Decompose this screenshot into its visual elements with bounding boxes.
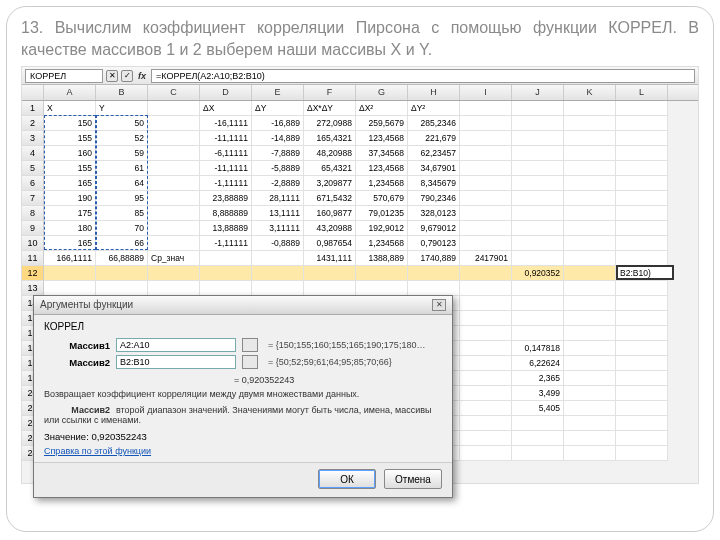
cell[interactable]: 3,209877 (304, 176, 356, 191)
cell[interactable]: 62,23457 (408, 146, 460, 161)
cell[interactable] (408, 281, 460, 296)
cell[interactable] (460, 146, 512, 161)
cell[interactable]: 192,9012 (356, 221, 408, 236)
cell[interactable] (460, 101, 512, 116)
formula-accept-icon[interactable]: ✓ (121, 70, 133, 82)
cell[interactable] (460, 236, 512, 251)
cell[interactable] (460, 176, 512, 191)
ok-button[interactable]: ОК (318, 469, 376, 489)
cell[interactable]: 8,888889 (200, 206, 252, 221)
cell[interactable] (564, 176, 616, 191)
cell[interactable] (460, 446, 512, 461)
cell[interactable]: 85 (96, 206, 148, 221)
cell[interactable] (616, 236, 668, 251)
cell[interactable] (512, 446, 564, 461)
cell[interactable] (148, 161, 200, 176)
row-header[interactable]: 9 (22, 221, 44, 236)
col-header[interactable]: L (616, 85, 668, 100)
cell[interactable] (564, 341, 616, 356)
cell[interactable] (460, 191, 512, 206)
cell[interactable]: 1,234568 (356, 176, 408, 191)
cell[interactable] (512, 281, 564, 296)
cell[interactable]: -5,8889 (252, 161, 304, 176)
cell[interactable]: 8,345679 (408, 176, 460, 191)
col-header[interactable]: I (460, 85, 512, 100)
cell[interactable]: -11,1111 (200, 131, 252, 146)
cell[interactable]: 165,4321 (304, 131, 356, 146)
cancel-button[interactable]: Отмена (384, 469, 442, 489)
cell[interactable] (616, 401, 668, 416)
cell[interactable] (564, 416, 616, 431)
row-header[interactable]: 11 (22, 251, 44, 266)
name-box[interactable]: КОРРЕЛ (25, 69, 103, 83)
cell[interactable] (512, 326, 564, 341)
cell[interactable]: 66,88889 (96, 251, 148, 266)
cell[interactable]: 328,0123 (408, 206, 460, 221)
cell[interactable]: -16,889 (252, 116, 304, 131)
col-header[interactable]: G (356, 85, 408, 100)
cell[interactable] (460, 161, 512, 176)
cell[interactable]: Ср_знач (148, 251, 200, 266)
cell[interactable]: 221,679 (408, 131, 460, 146)
cell[interactable]: 13,88889 (200, 221, 252, 236)
cell[interactable]: -1,11111 (200, 176, 252, 191)
col-header[interactable]: K (564, 85, 616, 100)
cell[interactable] (512, 311, 564, 326)
cell[interactable] (460, 416, 512, 431)
cell[interactable] (564, 356, 616, 371)
cell[interactable] (616, 341, 668, 356)
cell[interactable]: 190 (44, 191, 96, 206)
cell[interactable] (564, 161, 616, 176)
cell[interactable]: 259,5679 (356, 116, 408, 131)
cell[interactable] (512, 161, 564, 176)
cell[interactable] (564, 206, 616, 221)
cell[interactable] (304, 266, 356, 281)
cell[interactable]: -16,1111 (200, 116, 252, 131)
cell[interactable] (460, 386, 512, 401)
cell[interactable]: 160 (44, 146, 96, 161)
cell[interactable] (252, 251, 304, 266)
cell[interactable] (460, 341, 512, 356)
cell[interactable] (200, 281, 252, 296)
cell[interactable] (148, 266, 200, 281)
arg2-input[interactable] (116, 355, 236, 369)
cell[interactable] (512, 221, 564, 236)
cell[interactable] (616, 146, 668, 161)
cell[interactable] (148, 176, 200, 191)
cell[interactable] (616, 221, 668, 236)
cell[interactable]: 160,9877 (304, 206, 356, 221)
cell[interactable] (564, 431, 616, 446)
cell[interactable] (96, 266, 148, 281)
cell[interactable]: 59 (96, 146, 148, 161)
cell[interactable]: 166,1111 (44, 251, 96, 266)
cell[interactable] (616, 311, 668, 326)
cell[interactable]: 48,20988 (304, 146, 356, 161)
cell[interactable] (512, 236, 564, 251)
cell[interactable]: 9,679012 (408, 221, 460, 236)
cell[interactable]: 2417901 (460, 251, 512, 266)
cell[interactable] (564, 101, 616, 116)
cell[interactable] (148, 206, 200, 221)
cell[interactable] (616, 191, 668, 206)
col-header[interactable]: C (148, 85, 200, 100)
cell[interactable] (148, 281, 200, 296)
cell[interactable] (460, 431, 512, 446)
cell[interactable] (616, 416, 668, 431)
cell[interactable]: 165 (44, 176, 96, 191)
cell[interactable]: 95 (96, 191, 148, 206)
row-header[interactable]: 6 (22, 176, 44, 191)
cell[interactable]: 0,790123 (408, 236, 460, 251)
cell[interactable]: ΔY (252, 101, 304, 116)
row-header[interactable]: 5 (22, 161, 44, 176)
cell[interactable] (252, 281, 304, 296)
formula-cancel-icon[interactable]: ✕ (106, 70, 118, 82)
cell[interactable]: -6,11111 (200, 146, 252, 161)
cell[interactable] (512, 176, 564, 191)
cell[interactable] (616, 176, 668, 191)
cell[interactable]: 155 (44, 131, 96, 146)
cell[interactable] (616, 101, 668, 116)
cell[interactable]: 123,4568 (356, 161, 408, 176)
cell[interactable] (616, 206, 668, 221)
cell[interactable] (616, 116, 668, 131)
cell[interactable] (512, 101, 564, 116)
